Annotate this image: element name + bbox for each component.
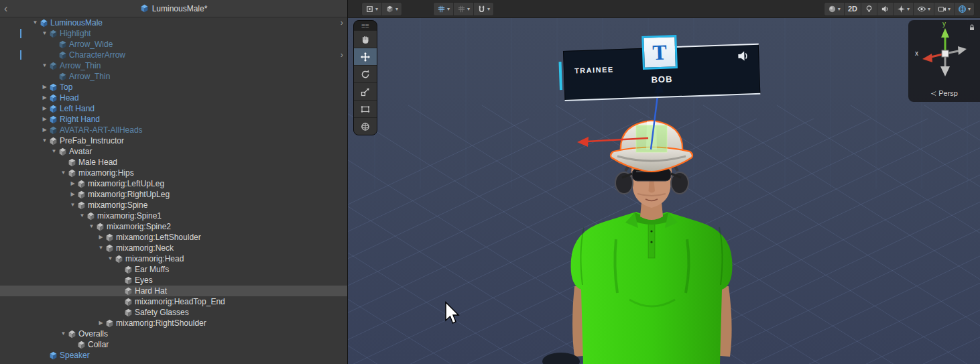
hierarchy-row[interactable]: Eyes [0, 275, 347, 286]
gameobject-cube-icon [124, 265, 133, 274]
hierarchy-row[interactable]: Male Head [0, 157, 347, 168]
orientation-gizmo[interactable]: x y ≺Persp [908, 20, 980, 102]
gizmo-lock-icon[interactable] [969, 24, 975, 31]
hierarchy-row[interactable]: ▶mixamorig:LeftShoulder [0, 232, 347, 243]
hierarchy-row[interactable]: ▼Arrow_Thin [0, 60, 347, 71]
hierarchy-row[interactable]: ▼Avatar [0, 146, 347, 157]
hierarchy-row[interactable]: mixamorig:HeadTop_End [0, 296, 347, 307]
hierarchy-item-label: Arrow_Thin [69, 71, 110, 82]
draw-mode-dropdown[interactable]: ▾ [824, 3, 845, 15]
hierarchy-item-label: Speaker [60, 350, 90, 361]
prefab-open-chevron[interactable]: › [341, 50, 343, 60]
scene-effects-dropdown[interactable]: ▾ [894, 3, 914, 15]
expand-toggle[interactable]: ▶ [97, 232, 105, 243]
transform-tool[interactable] [354, 117, 377, 135]
expand-toggle[interactable]: ▼ [50, 146, 58, 157]
scene-lighting-toggle[interactable] [861, 3, 877, 15]
hierarchy-item-label: Eyes [135, 275, 153, 286]
expand-toggle[interactable]: ▼ [59, 168, 68, 178]
back-chevron-icon[interactable]: ‹ [4, 3, 7, 14]
hierarchy-header: ‹ LuminousMale* [0, 0, 347, 17]
scene-camera-dropdown[interactable]: ▾ [934, 3, 955, 15]
hierarchy-row[interactable]: Arrow_Thin [0, 71, 347, 82]
expand-toggle[interactable]: ▶ [68, 189, 77, 200]
hierarchy-row[interactable]: ▼Overalls [0, 328, 347, 339]
expand-toggle[interactable]: ▶ [97, 318, 105, 328]
expand-toggle[interactable]: ▼ [40, 135, 49, 146]
hierarchy-row[interactable]: Arrow_Wide [0, 39, 347, 50]
expand-toggle[interactable]: ▶ [40, 114, 49, 125]
gameobject-cube-icon [124, 287, 133, 296]
camera-icon [938, 5, 946, 13]
expand-toggle[interactable]: ▼ [68, 200, 77, 210]
expand-toggle[interactable]: ▶ [68, 178, 77, 189]
expand-toggle[interactable]: ▶ [40, 125, 49, 135]
expand-toggle[interactable]: ▼ [106, 253, 115, 264]
gameobject-cube-icon [58, 72, 67, 81]
view-hand-tool[interactable] [354, 30, 377, 48]
hierarchy-row[interactable]: Safety Glasses [0, 307, 347, 318]
expand-toggle[interactable]: ▶ [40, 93, 49, 103]
hierarchy-row[interactable]: Speaker [0, 350, 347, 361]
hierarchy-item-label: CharacterArrow [69, 50, 125, 60]
hierarchy-row[interactable]: ▼mixamorig:Spine2 [0, 221, 347, 232]
hierarchy-row[interactable]: ▼LuminousMale› [0, 17, 347, 28]
expand-toggle[interactable]: ▼ [31, 17, 40, 28]
gameobject-cube-icon [77, 180, 86, 188]
hierarchy-row[interactable]: ▼mixamorig:Spine [0, 200, 347, 210]
hierarchy-row[interactable]: ▼mixamorig:Spine1 [0, 210, 347, 221]
hierarchy-row[interactable]: ▶AVATAR-ART-AllHeads [0, 125, 347, 135]
rect-tool[interactable] [354, 100, 377, 117]
hierarchy-row[interactable]: Hard Hat [0, 286, 347, 296]
hierarchy-row[interactable]: ▼mixamorig:Head [0, 253, 347, 264]
tool-handle-rotation-dropdown[interactable]: ▾ [382, 3, 402, 15]
tool-handle-position-dropdown[interactable]: ▾ [362, 3, 382, 15]
hierarchy-row[interactable]: ▶mixamorig:RightShoulder [0, 318, 347, 328]
rotate-tool[interactable] [354, 65, 377, 82]
scene-audio-toggle[interactable] [877, 3, 894, 15]
gameobject-cube-icon [58, 147, 67, 156]
expand-toggle[interactable]: ▼ [78, 210, 86, 221]
hierarchy-row[interactable]: ▶Right Hand [0, 114, 347, 125]
toolstrip-drag-handle[interactable]: ≡≡ [354, 21, 377, 30]
expand-toggle[interactable]: ▼ [40, 60, 49, 71]
override-marker [20, 50, 21, 60]
scale-tool[interactable] [354, 82, 377, 100]
2d-toggle-button[interactable]: 2D [845, 3, 861, 15]
expand-toggle[interactable]: ▼ [87, 221, 96, 232]
eye-icon [917, 5, 926, 13]
hierarchy-row[interactable]: ▶Head [0, 93, 347, 103]
hierarchy-row[interactable]: ▶Left Hand [0, 103, 347, 114]
hierarchy-row[interactable]: ▶mixamorig:LeftUpLeg [0, 178, 347, 189]
hierarchy-row[interactable]: Ear Muffs [0, 264, 347, 275]
scene-visibility-dropdown[interactable]: ▾ [914, 3, 934, 15]
hierarchy-row[interactable]: ▼Highlight [0, 28, 347, 39]
global-axes-cube-icon [385, 5, 394, 13]
neg-x-axis-cone[interactable] [958, 46, 967, 55]
move-tool[interactable] [354, 48, 377, 65]
gizmo-center-cube[interactable] [942, 50, 948, 57]
grid-visibility-dropdown[interactable]: ▾ [434, 3, 454, 15]
hierarchy-row[interactable]: CharacterArrow› [0, 50, 347, 60]
hierarchy-item-label: Collar [88, 339, 109, 350]
hierarchy-row[interactable]: ▼mixamorig:Hips [0, 168, 347, 178]
hierarchy-row[interactable]: Collar [0, 339, 347, 350]
expand-toggle[interactable]: ▼ [59, 328, 68, 339]
prefab-open-chevron[interactable]: › [341, 17, 343, 28]
neg-y-axis-cone[interactable] [940, 66, 950, 76]
grid-snap-dropdown[interactable]: ▾ [454, 3, 474, 15]
hierarchy-row[interactable]: ▼PreFab_Instructor [0, 135, 347, 146]
hierarchy-row[interactable]: ▶mixamorig:RightUpLeg [0, 189, 347, 200]
y-axis-cone[interactable] [941, 28, 949, 38]
hierarchy-item-label: Ear Muffs [135, 264, 169, 275]
gizmos-dropdown[interactable]: ▾ [955, 3, 974, 15]
expand-toggle[interactable]: ▶ [40, 103, 49, 114]
projection-label[interactable]: ≺Persp [908, 89, 980, 98]
expand-toggle[interactable]: ▼ [97, 243, 105, 253]
x-axis-cone[interactable] [922, 54, 932, 62]
snap-increment-dropdown[interactable]: ▾ [474, 3, 493, 15]
hierarchy-row[interactable]: ▼mixamorig:Neck [0, 243, 347, 253]
hierarchy-row[interactable]: ▶Top [0, 82, 347, 93]
expand-toggle[interactable]: ▶ [40, 82, 49, 93]
expand-toggle[interactable]: ▼ [40, 28, 49, 39]
